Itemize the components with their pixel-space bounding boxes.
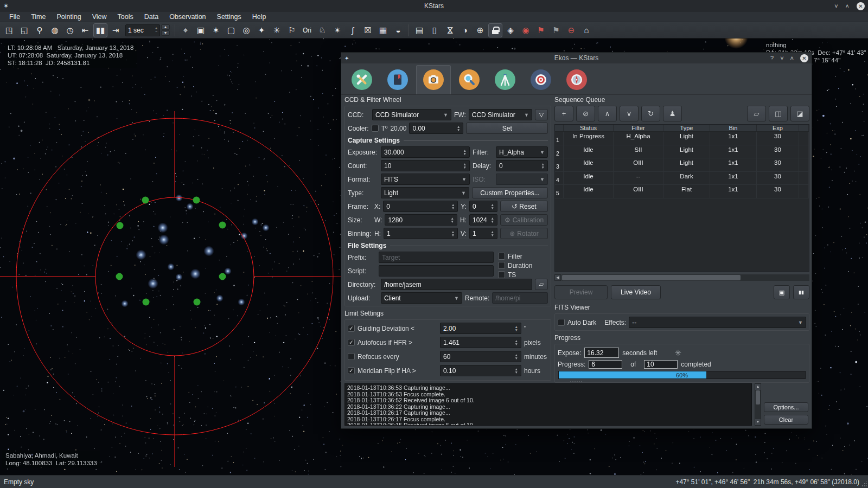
custom-properties-button[interactable]: Custom Properties... <box>472 187 548 198</box>
display-toggle-button[interactable]: ▣ <box>774 285 790 299</box>
ekos-close-icon[interactable]: ✕ <box>800 54 808 62</box>
grid-overlay-icon[interactable]: ☒ <box>361 23 375 37</box>
whats-interesting-icon[interactable]: ▯ <box>427 23 442 37</box>
add-job-icon[interactable]: + <box>554 106 573 121</box>
exposure-input[interactable]: 30.000▲▼ <box>381 146 470 158</box>
step-back-icon[interactable]: ⇤ <box>78 23 92 37</box>
menu-tools[interactable]: Tools <box>113 13 138 21</box>
live-video-button[interactable]: Live Video <box>611 285 661 299</box>
ekos-minimize-icon[interactable]: ˅ <box>780 55 783 61</box>
tab-setup[interactable] <box>344 65 379 94</box>
flag-gray-icon[interactable]: ⚑ <box>549 23 563 37</box>
spin-buttons[interactable]: ▲▼ <box>513 325 518 332</box>
zoom-in-icon[interactable]: ◳ <box>2 23 16 37</box>
prefix-input[interactable]: Target <box>379 252 494 263</box>
tab-mount[interactable] <box>488 65 522 94</box>
time-step-widget[interactable]: 1 sec +− ▲ ▼ <box>125 24 170 36</box>
sky-image-icon[interactable]: ▣ <box>194 23 208 37</box>
save-sequence-icon[interactable]: ◫ <box>769 106 788 121</box>
minimize-icon[interactable]: ˅ <box>834 3 838 9</box>
open-sequence-icon[interactable]: ▱ <box>747 106 766 121</box>
time-step-input[interactable]: 1 sec +− <box>125 24 160 36</box>
observatory-icon[interactable]: ⌂ <box>579 23 593 37</box>
menu-observation[interactable]: Observation <box>164 13 210 21</box>
frame-x-input[interactable]: 0▲▼ <box>383 201 458 212</box>
equatorial-grid-icon[interactable]: ▦ <box>376 23 390 37</box>
time-step-up-button[interactable]: ▲ <box>161 24 170 30</box>
time-step-plus-minus[interactable]: +− <box>155 27 157 34</box>
scroll-left-icon[interactable]: ◀ <box>554 274 561 281</box>
constellation-art-icon[interactable]: ♘ <box>315 23 329 37</box>
scroll-up-icon[interactable]: ▲ <box>755 384 761 390</box>
time-step-down-button[interactable]: ▼ <box>161 30 170 36</box>
prefix-filter-checkbox[interactable] <box>498 253 505 260</box>
reset-frame-button[interactable]: ↺Reset <box>500 201 548 212</box>
set-time-icon[interactable]: ◷ <box>63 23 77 37</box>
spin-buttons[interactable]: ▲▼ <box>513 368 518 374</box>
table-row[interactable]: 3IdleOIIILight1x130 <box>555 158 809 172</box>
limit-checkbox[interactable]: ✓ <box>348 325 355 332</box>
stars-toggle-icon[interactable]: ✶ <box>209 23 223 37</box>
remove-job-icon[interactable]: ⊘ <box>576 106 595 121</box>
fw-select[interactable]: CCD Simulator▼ <box>469 109 532 120</box>
filter-manager-button[interactable]: ▽ <box>535 109 548 120</box>
tab-capture[interactable] <box>416 65 451 94</box>
ekos-maximize-icon[interactable]: ˄ <box>790 55 794 61</box>
milky-way-icon[interactable]: ∫ <box>346 23 360 37</box>
resize-grip[interactable] <box>861 481 867 487</box>
table-row[interactable]: 2IdleSIILight1x130 <box>555 145 809 159</box>
step-forward-icon[interactable]: ⇥ <box>108 23 123 37</box>
limit-value-input[interactable]: 60▲▼ <box>440 351 521 362</box>
options-button[interactable]: Options... <box>764 402 808 412</box>
table-row[interactable]: 4Idle--Dark1x130 <box>555 172 809 185</box>
reset-jobs-icon[interactable]: ↻ <box>641 106 660 121</box>
flag-red-icon[interactable]: ⚑ <box>534 23 548 37</box>
ccd-select[interactable]: CCD Simulator▼ <box>372 109 451 120</box>
tab-guide[interactable] <box>524 65 558 94</box>
horizon-icon[interactable]: ◒ <box>391 23 405 37</box>
limit-value-input[interactable]: 0.10▲▼ <box>440 365 521 376</box>
format-select[interactable]: FITS▼ <box>381 174 470 185</box>
limit-value-input[interactable]: 1.461▲▼ <box>440 337 521 348</box>
temp-target-input[interactable]: 0.00▲▼ <box>409 123 463 134</box>
center-target-icon[interactable]: ⊕ <box>473 23 487 37</box>
cooler-checkbox[interactable] <box>372 125 379 132</box>
script-input[interactable] <box>379 265 494 277</box>
effects-select[interactable]: --▼ <box>629 317 806 328</box>
delay-input[interactable]: 0▲▼ <box>496 160 548 171</box>
bin-h-input[interactable]: 1▲▼ <box>384 228 458 239</box>
menu-help[interactable]: Help <box>247 13 271 21</box>
pointing-icon[interactable]: ⌖ <box>178 23 193 37</box>
maximize-icon[interactable]: ˄ <box>846 3 849 9</box>
constellation-boundaries-icon[interactable]: ✴ <box>330 23 344 37</box>
menu-time[interactable]: Time <box>26 13 50 21</box>
ekos-titlebar[interactable]: ✦ Ekos — KStars ? ˅ ˄ ✕ <box>341 53 812 63</box>
table-row[interactable]: 1In ProgressH_AlphaLight1x130 <box>555 132 809 145</box>
bright-star-icon[interactable]: ✦ <box>254 23 269 37</box>
constellation-names-icon[interactable]: Ori <box>300 23 314 37</box>
job-up-icon[interactable]: ∧ <box>598 106 617 121</box>
size-w-input[interactable]: 1280▲▼ <box>385 214 457 226</box>
constellation-lines-icon[interactable]: ✳ <box>270 23 284 37</box>
prefix-ts-checkbox[interactable] <box>498 271 505 278</box>
limit-checkbox[interactable] <box>348 353 355 360</box>
pause-display-button[interactable]: ▮▮ <box>793 285 809 299</box>
tab-align[interactable] <box>559 65 594 94</box>
frame-y-input[interactable]: 0▲▼ <box>469 201 497 212</box>
time-lapse-icon[interactable]: ⋈ <box>443 23 457 37</box>
tab-scheduler[interactable] <box>380 65 415 94</box>
object-labels-icon[interactable]: ⚐ <box>285 23 299 37</box>
table-row[interactable]: 5IdleOIIIFlat1x130 <box>555 185 809 198</box>
record-icon[interactable]: ◉ <box>519 23 533 37</box>
menu-pointing[interactable]: Pointing <box>52 13 86 21</box>
remove-circle-icon[interactable]: ⊖ <box>564 23 578 37</box>
spin-buttons[interactable]: ▲▼ <box>513 354 518 360</box>
splitter-handle[interactable]: ······ <box>341 380 812 383</box>
limit-value-input[interactable]: 2.00▲▼ <box>440 323 521 334</box>
limit-checkbox[interactable]: ✓ <box>348 339 355 346</box>
bin-v-input[interactable]: 1▲▼ <box>469 228 497 239</box>
night-vision-icon[interactable]: ◑ <box>458 23 472 37</box>
close-icon[interactable]: ✕ <box>857 2 865 10</box>
job-down-icon[interactable]: ∨ <box>620 106 639 121</box>
set-temp-button[interactable]: Set <box>466 123 548 134</box>
